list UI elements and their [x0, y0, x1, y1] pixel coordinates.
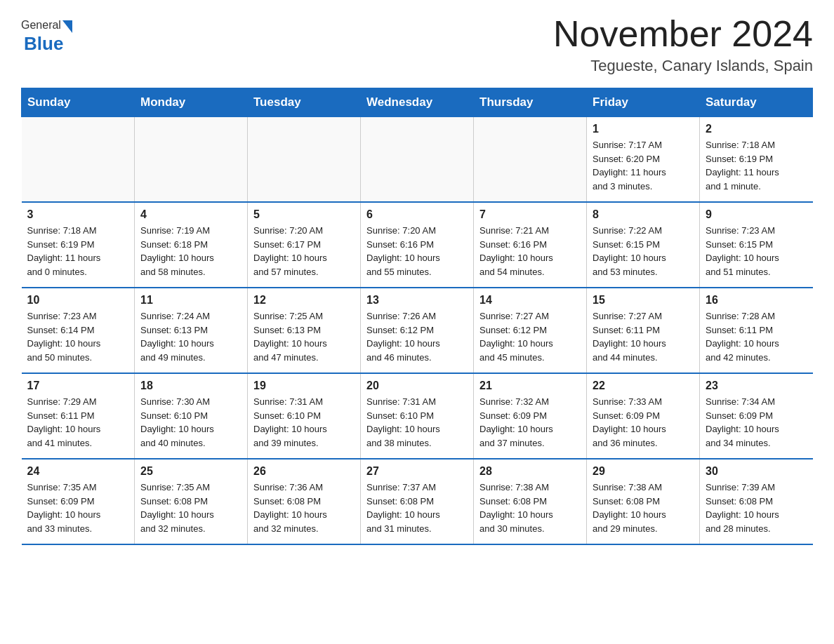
day-info: Sunrise: 7:21 AM Sunset: 6:16 PM Dayligh… [479, 224, 581, 279]
day-number: 2 [706, 123, 807, 135]
day-number: 12 [253, 294, 355, 307]
table-row: 23Sunrise: 7:34 AM Sunset: 6:09 PM Dayli… [700, 373, 813, 459]
logo: General Blue [21, 14, 72, 55]
day-number: 3 [27, 208, 129, 221]
table-row: 28Sunrise: 7:38 AM Sunset: 6:08 PM Dayli… [474, 459, 587, 544]
table-row: 21Sunrise: 7:32 AM Sunset: 6:09 PM Dayli… [474, 373, 587, 459]
header-tuesday: Tuesday [248, 88, 361, 117]
day-number: 24 [27, 465, 129, 478]
calendar-subtitle: Tegueste, Canary Islands, Spain [553, 57, 813, 75]
table-row [248, 117, 361, 203]
calendar-header-row: Sunday Monday Tuesday Wednesday Thursday… [22, 88, 813, 117]
day-info: Sunrise: 7:17 AM Sunset: 6:20 PM Dayligh… [593, 138, 694, 193]
table-row: 17Sunrise: 7:29 AM Sunset: 6:11 PM Dayli… [22, 373, 135, 459]
day-number: 14 [479, 294, 581, 307]
table-row: 16Sunrise: 7:28 AM Sunset: 6:11 PM Dayli… [700, 288, 813, 373]
day-info: Sunrise: 7:23 AM Sunset: 6:14 PM Dayligh… [27, 309, 129, 364]
table-row: 12Sunrise: 7:25 AM Sunset: 6:13 PM Dayli… [248, 288, 361, 373]
page-header: General Blue November 2024 Tegueste, Can… [21, 14, 813, 75]
header-wednesday: Wednesday [361, 88, 474, 117]
logo-general-text: General [21, 19, 61, 32]
table-row: 11Sunrise: 7:24 AM Sunset: 6:13 PM Dayli… [135, 288, 248, 373]
table-row: 27Sunrise: 7:37 AM Sunset: 6:08 PM Dayli… [361, 459, 474, 544]
day-info: Sunrise: 7:31 AM Sunset: 6:10 PM Dayligh… [253, 395, 355, 450]
day-info: Sunrise: 7:19 AM Sunset: 6:18 PM Dayligh… [140, 224, 241, 279]
day-number: 10 [27, 294, 129, 307]
day-number: 9 [706, 208, 807, 221]
day-number: 17 [27, 380, 129, 392]
day-number: 6 [366, 208, 468, 221]
day-number: 29 [593, 465, 694, 478]
table-row: 13Sunrise: 7:26 AM Sunset: 6:12 PM Dayli… [361, 288, 474, 373]
calendar-week-row: 3Sunrise: 7:18 AM Sunset: 6:19 PM Daylig… [22, 202, 813, 288]
day-info: Sunrise: 7:35 AM Sunset: 6:08 PM Dayligh… [140, 481, 241, 535]
header-sunday: Sunday [22, 88, 135, 117]
day-number: 19 [253, 380, 355, 392]
table-row: 29Sunrise: 7:38 AM Sunset: 6:08 PM Dayli… [587, 459, 700, 544]
day-info: Sunrise: 7:38 AM Sunset: 6:08 PM Dayligh… [593, 481, 694, 535]
logo-arrow-icon [62, 20, 72, 33]
day-info: Sunrise: 7:33 AM Sunset: 6:09 PM Dayligh… [593, 395, 694, 450]
day-info: Sunrise: 7:23 AM Sunset: 6:15 PM Dayligh… [706, 224, 807, 279]
table-row [474, 117, 587, 203]
header-thursday: Thursday [474, 88, 587, 117]
day-info: Sunrise: 7:28 AM Sunset: 6:11 PM Dayligh… [706, 309, 807, 364]
day-number: 20 [366, 380, 468, 392]
table-row [135, 117, 248, 203]
table-row: 24Sunrise: 7:35 AM Sunset: 6:09 PM Dayli… [22, 459, 135, 544]
day-info: Sunrise: 7:32 AM Sunset: 6:09 PM Dayligh… [479, 395, 581, 450]
logo-blue-text: Blue [24, 33, 63, 54]
day-info: Sunrise: 7:24 AM Sunset: 6:13 PM Dayligh… [140, 309, 241, 364]
table-row: 8Sunrise: 7:22 AM Sunset: 6:15 PM Daylig… [587, 202, 700, 288]
day-number: 8 [593, 208, 694, 221]
table-row: 14Sunrise: 7:27 AM Sunset: 6:12 PM Dayli… [474, 288, 587, 373]
day-number: 25 [140, 465, 241, 478]
day-number: 30 [706, 465, 807, 478]
header-monday: Monday [135, 88, 248, 117]
day-number: 7 [479, 208, 581, 221]
day-info: Sunrise: 7:30 AM Sunset: 6:10 PM Dayligh… [140, 395, 241, 450]
table-row: 19Sunrise: 7:31 AM Sunset: 6:10 PM Dayli… [248, 373, 361, 459]
day-number: 15 [593, 294, 694, 307]
day-info: Sunrise: 7:20 AM Sunset: 6:16 PM Dayligh… [366, 224, 468, 279]
table-row: 5Sunrise: 7:20 AM Sunset: 6:17 PM Daylig… [248, 202, 361, 288]
day-info: Sunrise: 7:29 AM Sunset: 6:11 PM Dayligh… [27, 395, 129, 450]
day-number: 26 [253, 465, 355, 478]
day-info: Sunrise: 7:38 AM Sunset: 6:08 PM Dayligh… [479, 481, 581, 535]
day-info: Sunrise: 7:36 AM Sunset: 6:08 PM Dayligh… [253, 481, 355, 535]
table-row: 3Sunrise: 7:18 AM Sunset: 6:19 PM Daylig… [22, 202, 135, 288]
day-number: 11 [140, 294, 241, 307]
day-number: 21 [479, 380, 581, 392]
day-info: Sunrise: 7:18 AM Sunset: 6:19 PM Dayligh… [27, 224, 129, 279]
calendar-table: Sunday Monday Tuesday Wednesday Thursday… [21, 88, 813, 545]
table-row: 7Sunrise: 7:21 AM Sunset: 6:16 PM Daylig… [474, 202, 587, 288]
calendar-week-row: 24Sunrise: 7:35 AM Sunset: 6:09 PM Dayli… [22, 459, 813, 544]
table-row: 9Sunrise: 7:23 AM Sunset: 6:15 PM Daylig… [700, 202, 813, 288]
day-info: Sunrise: 7:26 AM Sunset: 6:12 PM Dayligh… [366, 309, 468, 364]
day-info: Sunrise: 7:18 AM Sunset: 6:19 PM Dayligh… [706, 138, 807, 193]
table-row: 4Sunrise: 7:19 AM Sunset: 6:18 PM Daylig… [135, 202, 248, 288]
day-info: Sunrise: 7:39 AM Sunset: 6:08 PM Dayligh… [706, 481, 807, 535]
table-row: 2Sunrise: 7:18 AM Sunset: 6:19 PM Daylig… [700, 117, 813, 203]
table-row [361, 117, 474, 203]
day-info: Sunrise: 7:27 AM Sunset: 6:11 PM Dayligh… [593, 309, 694, 364]
day-info: Sunrise: 7:25 AM Sunset: 6:13 PM Dayligh… [253, 309, 355, 364]
day-number: 16 [706, 294, 807, 307]
day-number: 23 [706, 380, 807, 392]
day-info: Sunrise: 7:35 AM Sunset: 6:09 PM Dayligh… [27, 481, 129, 535]
table-row: 22Sunrise: 7:33 AM Sunset: 6:09 PM Dayli… [587, 373, 700, 459]
calendar-week-row: 1Sunrise: 7:17 AM Sunset: 6:20 PM Daylig… [22, 117, 813, 203]
day-number: 5 [253, 208, 355, 221]
day-info: Sunrise: 7:27 AM Sunset: 6:12 PM Dayligh… [479, 309, 581, 364]
table-row: 1Sunrise: 7:17 AM Sunset: 6:20 PM Daylig… [587, 117, 700, 203]
title-block: November 2024 Tegueste, Canary Islands, … [553, 14, 813, 75]
day-number: 18 [140, 380, 241, 392]
table-row [22, 117, 135, 203]
table-row: 30Sunrise: 7:39 AM Sunset: 6:08 PM Dayli… [700, 459, 813, 544]
calendar-title: November 2024 [553, 14, 813, 54]
day-number: 27 [366, 465, 468, 478]
table-row: 10Sunrise: 7:23 AM Sunset: 6:14 PM Dayli… [22, 288, 135, 373]
table-row: 20Sunrise: 7:31 AM Sunset: 6:10 PM Dayli… [361, 373, 474, 459]
day-number: 22 [593, 380, 694, 392]
header-saturday: Saturday [700, 88, 813, 117]
